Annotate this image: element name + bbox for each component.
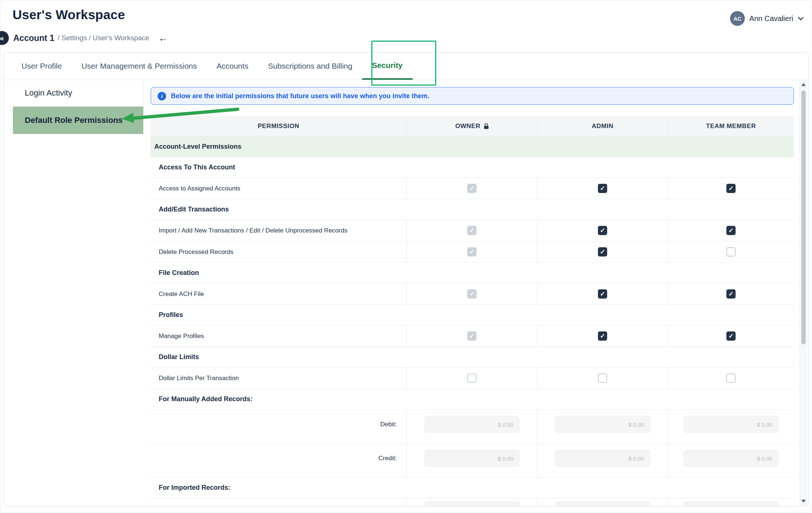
checkbox-owner[interactable] [467, 373, 476, 383]
group-label: Profiles [151, 305, 794, 325]
cell-owner [406, 444, 537, 477]
permission-row-access-to-assigned-accounts: Access to Assigned Accounts [151, 178, 794, 199]
amount-input-team-member[interactable] [684, 501, 779, 506]
sidebar-item-login-activity[interactable]: Login Activity [13, 80, 143, 107]
info-icon: i [158, 92, 166, 100]
sidebar-item-default-role-permissions[interactable]: Default Role Permissions [13, 107, 143, 134]
cell-admin [537, 326, 668, 347]
group-label: Dollar Limits [151, 347, 794, 367]
amount-label: Credit: [151, 444, 406, 477]
checkbox-admin[interactable] [598, 373, 607, 383]
info-banner: i Below are the initial permissions that… [151, 87, 794, 105]
scroll-up-icon [801, 83, 806, 86]
group-label: Add/Edit Transactions [151, 199, 794, 220]
cell-owner [406, 326, 537, 347]
cell-admin [537, 498, 668, 506]
user-menu[interactable]: AC Ann Cavalieri [730, 11, 804, 26]
tab-accounts[interactable]: Accounts [217, 52, 248, 80]
amount-row-credit: Credit: [151, 443, 794, 477]
tab-user-management-permissions[interactable]: User Management & Permissions [82, 52, 197, 80]
checkbox-owner [467, 184, 476, 193]
cell-team-member [668, 444, 794, 477]
main-content: i Below are the initial permissions that… [151, 80, 794, 506]
group-row-dollar-limits: Dollar Limits [151, 347, 794, 367]
amount-input-admin[interactable] [555, 450, 650, 467]
cell-owner [406, 410, 537, 443]
permission-label: Access to Assigned Accounts [151, 178, 406, 199]
group-row-for-imported-records: For Imported Records: [151, 477, 794, 498]
cell-team-member [668, 498, 794, 506]
column-header-team-member: TEAM MEMBER [668, 116, 794, 136]
checkbox-team-member[interactable] [726, 331, 736, 341]
amount-input-owner [424, 450, 520, 467]
back-arrow-icon[interactable]: ← [158, 33, 168, 43]
checkbox-owner [467, 226, 476, 235]
cell-owner [406, 283, 537, 304]
amount-input-admin[interactable] [555, 501, 650, 506]
group-row-for-manually-added-records: For Manually Added Records: [151, 389, 794, 409]
checkbox-team-member[interactable] [726, 184, 736, 193]
checkbox-admin[interactable] [598, 331, 607, 341]
amount-input-team-member[interactable] [684, 416, 779, 433]
amount-row-debit-partial: Debit: [151, 498, 794, 506]
checkbox-admin[interactable] [598, 247, 607, 256]
lock-icon [484, 123, 489, 129]
column-header-owner: OWNER [406, 116, 537, 136]
sidebar-list: Login ActivityDefault Role Permissions [13, 80, 144, 134]
user-name: Ann Cavalieri [749, 14, 793, 23]
avatar: AC [730, 11, 745, 26]
section-label: Account-Level Permissions [151, 137, 794, 157]
scroll-down-button[interactable] [800, 497, 807, 506]
permission-row-manage-profiles: Manage Profiles [151, 325, 794, 347]
collapse-sidebar-icon[interactable]: « [0, 31, 9, 45]
breadcrumb-account[interactable]: Account 1 [13, 33, 54, 43]
permission-row-dollar-limits-per-transaction: Dollar Limits Per Transaction [151, 367, 794, 389]
checkbox-owner [467, 247, 476, 256]
breadcrumb-path[interactable]: / Settings / User's Workspace [58, 34, 149, 42]
checkbox-owner [467, 289, 476, 299]
vertical-scrollbar[interactable] [799, 80, 807, 506]
permission-label: Dollar Limits Per Transaction [151, 368, 406, 389]
group-row-profiles: Profiles [151, 304, 794, 325]
checkbox-team-member[interactable] [726, 373, 736, 383]
group-label: For Manually Added Records: [151, 389, 794, 409]
scroll-down-icon [801, 500, 806, 503]
cell-owner [406, 178, 537, 199]
permissions-table: PERMISSIONOWNERADMINTEAM MEMBERAccount-L… [151, 116, 794, 506]
tab-user-profile[interactable]: User Profile [21, 52, 62, 80]
tab-subscriptions-and-billing[interactable]: Subscriptions and Billing [268, 52, 352, 80]
permission-label: Manage Profiles [151, 326, 406, 347]
amount-input-owner [424, 501, 520, 506]
group-row-add-edit-transactions: Add/Edit Transactions [151, 199, 794, 220]
breadcrumb: « Account 1 / Settings / User's Workspac… [0, 31, 168, 45]
cell-team-member [668, 220, 794, 241]
cell-team-member [668, 241, 794, 262]
scrollbar-thumb[interactable] [801, 90, 806, 344]
tab-security[interactable]: Security [362, 52, 413, 80]
amount-input-admin[interactable] [555, 416, 650, 433]
info-banner-text: Below are the initial permissions that f… [171, 92, 429, 100]
cell-owner [406, 220, 537, 241]
group-row-access-to-this-account: Access To This Account [151, 157, 794, 178]
cell-team-member [668, 283, 794, 304]
scroll-up-button[interactable] [800, 80, 807, 89]
table-header-row: PERMISSIONOWNERADMINTEAM MEMBER [151, 116, 794, 136]
amount-input-team-member[interactable] [684, 450, 779, 467]
cell-admin [537, 368, 668, 389]
cell-owner [406, 368, 537, 389]
checkbox-team-member[interactable] [726, 247, 736, 256]
permission-label: Delete Processed Records [151, 241, 406, 262]
cell-admin [537, 444, 668, 477]
settings-panel: User ProfileUser Management & Permission… [4, 52, 809, 506]
checkbox-team-member[interactable] [726, 289, 736, 299]
cell-team-member [668, 326, 794, 347]
checkbox-admin[interactable] [598, 226, 607, 235]
permission-label: Import / Add New Transactions / Edit / D… [151, 220, 406, 241]
cell-team-member [668, 368, 794, 389]
checkbox-team-member[interactable] [726, 226, 736, 235]
chevron-down-icon [798, 17, 804, 21]
group-label: For Imported Records: [151, 478, 794, 498]
checkbox-admin[interactable] [598, 289, 607, 299]
checkbox-admin[interactable] [598, 184, 607, 193]
amount-input-owner [424, 416, 520, 433]
